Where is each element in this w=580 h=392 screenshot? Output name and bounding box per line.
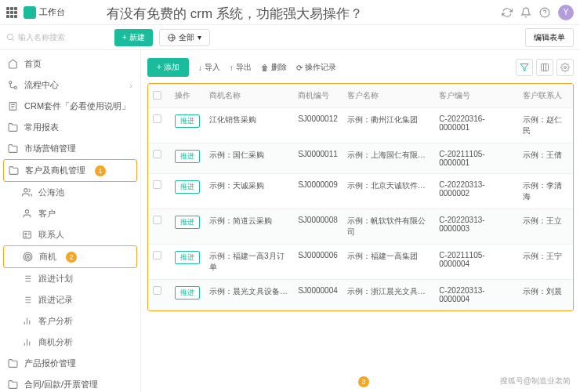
edit-form-button[interactable]: 编辑表单 (525, 28, 574, 47)
sidebar-item-8[interactable]: 联系人 (0, 224, 140, 245)
svg-point-14 (564, 67, 567, 69)
search-input[interactable]: 输入名称搜索 (6, 32, 108, 43)
sidebar-item-5[interactable]: 客户及商机管理1 (3, 159, 137, 182)
watermark: 搜狐号@制造业老简 (497, 375, 574, 387)
checkbox[interactable] (153, 114, 161, 123)
folder-icon (9, 165, 19, 176)
push-button[interactable]: 推进 (175, 180, 200, 194)
checkbox[interactable] (153, 251, 161, 260)
cell-cust: 示例：上海国仁有限… (343, 143, 434, 174)
cell-cust: 示例：福建一高集团 (343, 245, 434, 280)
cell-cust: 示例：衢州江化集团 (343, 108, 434, 143)
apps-grid-icon[interactable] (6, 7, 17, 18)
sidebar-item-label: 联系人 (38, 229, 64, 241)
contact-icon (22, 230, 32, 240)
sidebar-item-6[interactable]: 公海池 (0, 182, 140, 203)
target-icon (23, 252, 33, 262)
sidebar-item-2[interactable]: CRM套件「必看使用说明」 (0, 96, 140, 117)
cell-code: SJ0000011 (293, 143, 343, 174)
cell-custno: C-20220316-0000001 (434, 108, 518, 143)
bell-icon[interactable] (520, 7, 531, 18)
table-row[interactable]: 推进示例：晨光文具设备…SJ0000004示例：浙江晨光文具…C-2022031… (148, 280, 573, 310)
table-row[interactable]: 推进江化销售采购SJ0000012示例：衢州江化集团C-20220316-000… (148, 108, 573, 143)
chart-icon (22, 337, 32, 347)
tab-all[interactable]: 全部 ▾ (159, 29, 210, 46)
sidebar-item-label: 流程中心 (24, 79, 59, 91)
add-button[interactable]: + 添加 (147, 58, 189, 77)
cell-name: 示例：晨光文具设备… (205, 280, 293, 310)
checkbox[interactable] (153, 91, 161, 100)
svg-point-1 (7, 34, 13, 39)
import-button[interactable]: ↓ 导入 (198, 62, 220, 73)
sidebar-item-label: 首页 (24, 58, 42, 70)
cell-name: 江化销售采购 (205, 108, 293, 143)
svg-rect-13 (542, 64, 549, 71)
push-button[interactable]: 推进 (175, 216, 200, 229)
sidebar-item-13[interactable]: 商机分析 (0, 332, 140, 353)
sidebar-item-14[interactable]: 产品报价管理 (0, 353, 140, 374)
doc-icon (8, 101, 18, 111)
badge-3: 3 (358, 376, 369, 387)
sidebar-item-10[interactable]: 跟进计划 (0, 268, 140, 289)
logo-icon (24, 6, 36, 19)
sidebar-item-1[interactable]: 流程中心› (0, 74, 140, 96)
svg-point-9 (25, 233, 27, 234)
cell-name: 示例：国仁采购 (205, 143, 293, 174)
folder-icon (8, 379, 18, 390)
cell-contact: 示例：刘晨 (518, 280, 573, 310)
svg-point-7 (25, 210, 28, 213)
new-button[interactable]: + 新建 (114, 29, 153, 46)
sidebar-item-9[interactable]: 商机2 (3, 245, 137, 268)
settings-icon[interactable] (556, 59, 574, 76)
search-icon (6, 33, 15, 42)
badge-1: 1 (95, 165, 106, 176)
table-row[interactable]: 推进示例：福建一高3月订单SJ0000006示例：福建一高集团C-2021110… (148, 245, 573, 280)
push-button[interactable]: 推进 (175, 251, 200, 264)
content-toolbar: + 添加 ↓ 导入 ↑ 导出 🗑 删除 ⟳ 操作记录 (147, 58, 574, 77)
cell-custno: C-20220313-0000004 (434, 280, 518, 310)
table-row[interactable]: 推进示例：简道云采购SJ0000008示例：帆软软件有限公司C-20220313… (148, 209, 573, 245)
columns-icon[interactable] (536, 59, 553, 76)
filter-icon[interactable] (516, 59, 533, 76)
push-button[interactable]: 推进 (175, 286, 200, 299)
export-button[interactable]: ↑ 导出 (230, 62, 252, 73)
sidebar-item-7[interactable]: 客户 (0, 203, 140, 224)
checkbox[interactable] (153, 216, 161, 224)
sidebar-item-3[interactable]: 常用报表 (0, 117, 140, 138)
sidebar-item-label: 跟进记录 (38, 294, 73, 306)
content-area: + 添加 ↓ 导入 ↑ 导出 🗑 删除 ⟳ 操作记录 操作商机名称商机编号客户名… (141, 50, 580, 392)
sidebar-item-0[interactable]: 首页 (0, 53, 140, 74)
sidebar-item-4[interactable]: 市场营销管理 (0, 138, 140, 159)
workspace-label[interactable]: 工作台 (39, 6, 65, 18)
sidebar-item-12[interactable]: 客户分析 (0, 310, 140, 332)
avatar[interactable]: Y (558, 5, 574, 20)
cell-code: SJ0000012 (293, 108, 343, 143)
svg-point-4 (14, 86, 16, 89)
chevron-down-icon: ▾ (198, 33, 201, 42)
checkbox[interactable] (153, 180, 161, 189)
cell-custno: C-20220313-0000003 (434, 209, 518, 245)
cell-contact: 示例：王立 (518, 209, 573, 245)
refresh-icon[interactable] (502, 7, 513, 18)
sidebar-item-label: 客户分析 (38, 315, 73, 327)
push-button[interactable]: 推进 (175, 150, 200, 163)
log-button[interactable]: ⟳ 操作记录 (296, 62, 336, 73)
delete-button[interactable]: 🗑 删除 (261, 62, 287, 73)
sidebar-item-15[interactable]: 合同/回款/开票管理 (0, 374, 140, 392)
sidebar-item-11[interactable]: 跟进记录 (0, 289, 140, 310)
table-row[interactable]: 推进示例：国仁采购SJ0000011示例：上海国仁有限…C-20211105-0… (148, 143, 573, 174)
user-icon (22, 209, 32, 219)
checkbox[interactable] (153, 286, 161, 295)
table-row[interactable]: 推进示例：天诚采购SJ0000009示例：北京天诚软件…C-20220313-0… (148, 174, 573, 209)
push-button[interactable]: 推进 (175, 114, 200, 128)
checkbox[interactable] (153, 150, 161, 158)
sidebar-item-label: 跟进计划 (38, 273, 73, 285)
svg-point-6 (24, 189, 27, 192)
table-header: 操作 (170, 84, 205, 108)
list-icon (22, 295, 32, 305)
list-icon (22, 274, 32, 284)
cell-name: 示例：福建一高3月订单 (205, 245, 293, 280)
cell-custno: C-20211105-0000001 (434, 143, 518, 174)
help-icon[interactable] (539, 7, 550, 18)
svg-rect-8 (24, 231, 31, 238)
